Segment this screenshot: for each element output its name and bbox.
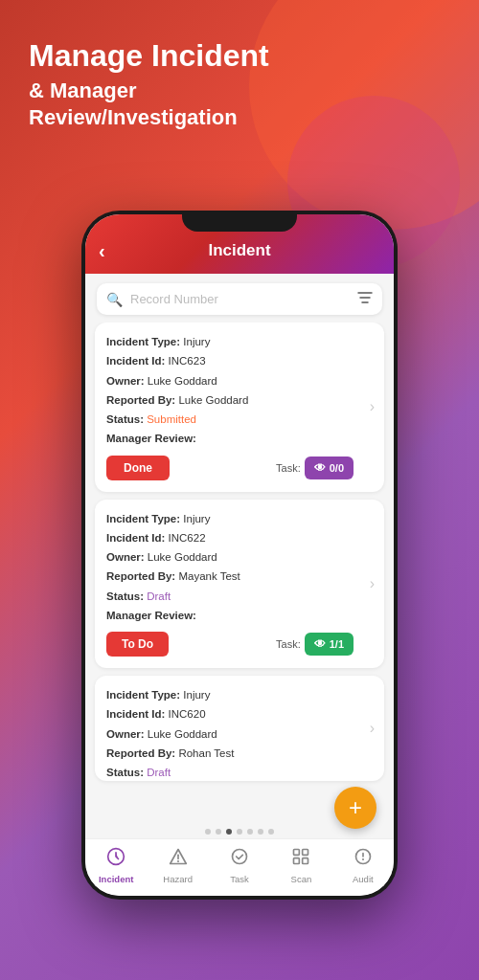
card-1-id-row: Incident Id: INC623: [106, 353, 373, 369]
chevron-right-icon-3: ›: [370, 720, 375, 737]
card-2-actions: To Do Task: 👁 1/1: [106, 632, 373, 657]
card-2-type-row: Incident Type: Injury: [106, 511, 373, 527]
incident-card-3[interactable]: › Incident Type: Injury Incident Id: INC…: [95, 676, 384, 781]
nav-label-hazard: Hazard: [163, 874, 193, 884]
card-1-task-label: Task:: [276, 462, 301, 474]
scan-nav-icon: [291, 847, 310, 871]
svg-rect-7: [294, 850, 300, 856]
phone-notch: [182, 211, 297, 232]
card-2-task-badge: Task: 👁 1/1: [276, 633, 354, 656]
card-1-owner-row: Owner: Luke Goddard: [106, 373, 373, 390]
audit-nav-icon: [354, 847, 373, 871]
dot-2: [216, 829, 221, 835]
card-2-reported-row: Reported By: Mayank Test: [106, 568, 373, 585]
nav-item-audit[interactable]: Audit: [332, 847, 394, 884]
dot-7: [268, 829, 274, 835]
incident-card-1[interactable]: › Incident Type: Injury Incident Id: INC…: [95, 323, 384, 492]
card-1-task-badge: Task: 👁 0/0: [276, 457, 354, 479]
card-3-status-row: Status: Draft: [106, 765, 373, 781]
dot-5: [247, 829, 253, 835]
card-2-status-row: Status: Draft: [106, 589, 373, 605]
fab-button[interactable]: +: [334, 787, 376, 829]
task-nav-icon: [230, 847, 249, 871]
svg-rect-8: [303, 850, 308, 856]
dot-4: [237, 829, 242, 835]
chevron-right-icon-2: ›: [370, 575, 375, 592]
card-2-manager-row: Manager Review:: [106, 608, 373, 624]
incident-list: › Incident Type: Injury Incident Id: INC…: [85, 323, 394, 823]
hero-title: Manage Incident: [29, 38, 269, 74]
dot-1: [205, 829, 211, 835]
hero-subtitle: & ManagerReview/Investigation: [29, 78, 269, 132]
back-button[interactable]: ‹: [99, 240, 105, 262]
hazard-nav-icon: [169, 847, 188, 871]
card-2-owner-row: Owner: Luke Goddard: [106, 549, 373, 566]
search-icon: 🔍: [106, 292, 123, 307]
filter-icon[interactable]: [357, 291, 373, 307]
svg-point-5: [177, 861, 178, 862]
bottom-nav: Incident Hazard: [85, 838, 394, 896]
eye-icon-2: 👁: [314, 637, 326, 651]
svg-rect-10: [303, 858, 308, 864]
card-2-id-row: Incident Id: INC622: [106, 530, 373, 546]
svg-point-13: [362, 859, 363, 860]
svg-rect-9: [294, 858, 300, 864]
phone-screen: ‹ Incident 🔍 Record Number › Incident Ty…: [85, 214, 394, 896]
card-1-reported-row: Reported By: Luke Goddard: [106, 392, 373, 409]
search-input[interactable]: Record Number: [130, 292, 357, 306]
card-3-owner-row: Owner: Luke Goddard: [106, 726, 373, 743]
card-1-task-count[interactable]: 👁 0/0: [305, 457, 354, 479]
card-3-reported-row: Reported By: Rohan Test: [106, 746, 373, 762]
card-2-task-label: Task:: [276, 638, 301, 650]
svg-point-6: [233, 850, 247, 864]
eye-icon-1: 👁: [314, 461, 326, 475]
nav-item-incident[interactable]: Incident: [85, 847, 147, 884]
hero-section: Manage Incident & ManagerReview/Investig…: [29, 38, 269, 132]
nav-label-audit: Audit: [353, 874, 374, 884]
dot-3: [226, 829, 232, 835]
card-1-manager-row: Manager Review:: [106, 431, 373, 447]
nav-item-scan[interactable]: Scan: [270, 847, 331, 884]
card-2-task-count[interactable]: 👁 1/1: [305, 633, 354, 656]
card-2-todo-button[interactable]: To Do: [106, 632, 169, 657]
card-1-type-row: Incident Type: Injury: [106, 334, 373, 350]
card-1-actions: Done Task: 👁 0/0: [106, 456, 373, 480]
card-1-status-row: Status: Submitted: [106, 412, 373, 428]
dot-6: [258, 829, 263, 835]
incident-nav-icon: [106, 847, 125, 871]
header-title: Incident: [208, 241, 270, 260]
card-1-done-button[interactable]: Done: [106, 456, 170, 480]
chevron-right-icon-1: ›: [370, 398, 375, 415]
card-3-id-row: Incident Id: INC620: [106, 706, 373, 723]
nav-item-task[interactable]: Task: [209, 847, 270, 884]
card-3-type-row: Incident Type: Injury: [106, 687, 373, 703]
nav-label-incident: Incident: [99, 874, 133, 884]
nav-label-task: Task: [230, 874, 249, 884]
search-bar: 🔍 Record Number: [97, 283, 382, 315]
nav-item-hazard[interactable]: Hazard: [147, 847, 208, 884]
incident-card-2[interactable]: › Incident Type: Injury Incident Id: INC…: [95, 500, 384, 669]
nav-label-scan: Scan: [291, 874, 312, 884]
phone-frame: ‹ Incident 🔍 Record Number › Incident Ty…: [81, 211, 398, 900]
